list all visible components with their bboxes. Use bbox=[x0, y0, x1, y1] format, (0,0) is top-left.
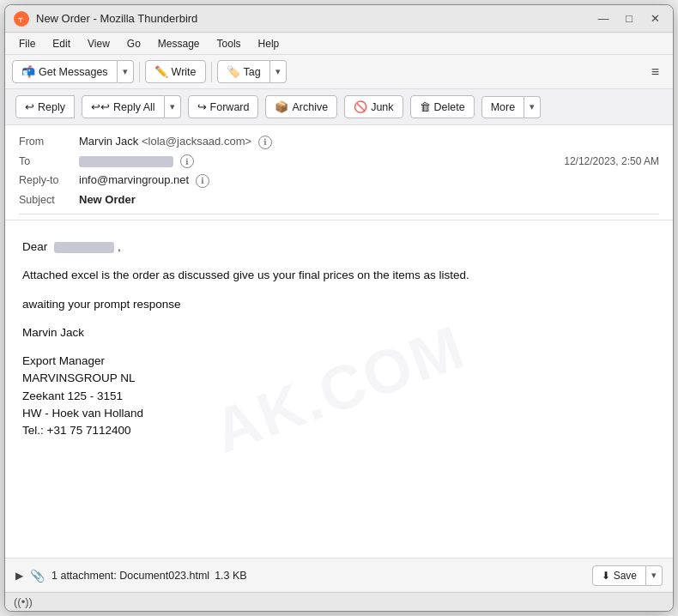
to-info-icon[interactable]: ℹ bbox=[180, 154, 194, 168]
hamburger-menu-button[interactable]: ≡ bbox=[645, 61, 666, 83]
reply-to-email: info@marvingroup.net bbox=[79, 173, 189, 186]
email-body: AK.COM Dear , Attached excel is the orde… bbox=[5, 220, 673, 558]
save-icon: ⬇ bbox=[602, 570, 610, 582]
menu-file[interactable]: File bbox=[12, 36, 42, 51]
close-button[interactable]: ✕ bbox=[645, 9, 664, 28]
to-row: To ℹ 12/12/2023, 2:50 AM bbox=[19, 152, 659, 172]
window-controls: — □ ✕ bbox=[594, 9, 664, 28]
header-separator bbox=[19, 214, 659, 214]
email-date: 12/12/2023, 2:50 AM bbox=[564, 155, 659, 167]
signature-block: Export Manager MARVINSGROUP NL Zeekant 1… bbox=[22, 353, 656, 439]
signature-tel: Tel.: +31 75 7112400 bbox=[22, 424, 130, 437]
delete-icon: 🗑 bbox=[420, 100, 431, 113]
menu-view[interactable]: View bbox=[81, 36, 117, 51]
body-paragraph1: Attached excel is the order as discussed… bbox=[22, 266, 656, 285]
minimize-button[interactable]: — bbox=[594, 9, 613, 28]
save-group: ⬇ Save ▾ bbox=[592, 565, 663, 586]
toolbar: 📬 Get Messages ▾ ✏️ Write 🏷️ Tag ▾ ≡ bbox=[5, 55, 673, 89]
from-value: Marvin Jack <lola@jacksaad.com> ℹ bbox=[79, 135, 659, 149]
reply-all-label: Reply All bbox=[113, 101, 155, 113]
get-messages-group: 📬 Get Messages ▾ bbox=[12, 60, 134, 83]
more-label: More bbox=[491, 101, 515, 113]
reply-all-group: ↩↩ Reply All ▾ bbox=[82, 95, 181, 118]
menu-edit[interactable]: Edit bbox=[45, 36, 77, 51]
write-label: Write bbox=[172, 66, 197, 78]
statusbar: ((•)) bbox=[5, 592, 673, 611]
tag-icon: 🏷️ bbox=[227, 65, 240, 78]
svg-text:T: T bbox=[19, 15, 23, 23]
attachment-bar: ▶ 📎 1 attachment: Document023.html 1.3 K… bbox=[5, 558, 673, 592]
subject-row: Subject New Order bbox=[19, 190, 659, 208]
greeting-text: Dear bbox=[22, 240, 47, 253]
toolbar-divider-1 bbox=[139, 62, 140, 82]
signature-company: MARVINSGROUP NL bbox=[22, 371, 136, 384]
reply-to-label: Reply-to bbox=[19, 174, 79, 186]
window-title: New Order - Mozilla Thunderbird bbox=[36, 12, 594, 25]
sender-email: <lola@jacksaad.com> bbox=[142, 135, 251, 148]
body-paragraph2: awaiting your prompt response bbox=[22, 295, 656, 314]
reply-to-value: info@marvingroup.net ℹ bbox=[79, 173, 659, 188]
junk-icon: 🚫 bbox=[354, 100, 367, 113]
from-row: From Marvin Jack <lola@jacksaad.com> ℹ bbox=[19, 132, 659, 152]
archive-button[interactable]: 📦 Archive bbox=[265, 95, 337, 118]
forward-button[interactable]: ↪ Forward bbox=[188, 95, 259, 118]
email-header: From Marvin Jack <lola@jacksaad.com> ℹ T… bbox=[5, 125, 673, 220]
forward-icon: ↪ bbox=[197, 100, 207, 113]
get-messages-dropdown[interactable]: ▾ bbox=[118, 60, 134, 83]
save-dropdown[interactable]: ▾ bbox=[646, 565, 663, 586]
attachment-toggle[interactable]: ▶ bbox=[15, 570, 23, 582]
more-dropdown[interactable]: ▾ bbox=[524, 96, 541, 118]
reply-all-button[interactable]: ↩↩ Reply All bbox=[82, 95, 165, 118]
tag-label: Tag bbox=[244, 66, 261, 78]
subject-label: Subject bbox=[19, 194, 79, 206]
menubar: File Edit View Go Message Tools Help bbox=[5, 33, 673, 55]
signature-city: HW - Hoek van Holland bbox=[22, 407, 143, 420]
action-toolbar: ↩ Reply ↩↩ Reply All ▾ ↪ Forward 📦 Archi… bbox=[5, 89, 673, 125]
tag-group: 🏷️ Tag ▾ bbox=[217, 60, 287, 83]
save-button[interactable]: ⬇ Save bbox=[592, 565, 646, 586]
tag-button[interactable]: 🏷️ Tag bbox=[217, 60, 270, 83]
delete-label: Delete bbox=[434, 101, 465, 113]
subject-value: New Order bbox=[79, 193, 659, 206]
email-content: Dear , Attached excel is the order as di… bbox=[22, 238, 656, 440]
reply-to-row: Reply-to info@marvingroup.net ℹ bbox=[19, 171, 659, 190]
from-info-icon[interactable]: ℹ bbox=[258, 136, 272, 149]
more-button[interactable]: More bbox=[481, 96, 524, 118]
to-value: ℹ bbox=[79, 154, 564, 169]
attachment-label: 1 attachment: Document023.html bbox=[51, 570, 209, 582]
menu-message[interactable]: Message bbox=[151, 36, 207, 51]
recipient-redacted bbox=[79, 156, 173, 167]
status-icon: ((•)) bbox=[14, 595, 33, 608]
delete-button[interactable]: 🗑 Delete bbox=[410, 95, 475, 118]
attachment-icon: 📎 bbox=[30, 569, 45, 583]
reply-to-info-icon[interactable]: ℹ bbox=[196, 174, 209, 188]
toolbar-divider-2 bbox=[211, 62, 212, 82]
reply-label: Reply bbox=[38, 101, 65, 113]
body-recipient-redacted bbox=[54, 242, 114, 253]
get-messages-button[interactable]: 📬 Get Messages bbox=[12, 60, 118, 83]
junk-label: Junk bbox=[371, 101, 393, 113]
greeting-paragraph: Dear , bbox=[22, 238, 656, 257]
get-messages-icon: 📬 bbox=[21, 65, 35, 78]
forward-label: Forward bbox=[210, 101, 250, 113]
tag-dropdown[interactable]: ▾ bbox=[270, 60, 287, 83]
to-label: To bbox=[19, 155, 79, 167]
attachment-chevron-icon: ▶ bbox=[15, 570, 23, 582]
reply-button[interactable]: ↩ Reply bbox=[15, 95, 75, 118]
reply-all-dropdown[interactable]: ▾ bbox=[165, 95, 181, 118]
get-messages-label: Get Messages bbox=[39, 66, 108, 78]
save-label: Save bbox=[614, 570, 637, 582]
signature-title: Export Manager bbox=[22, 354, 105, 367]
menu-go[interactable]: Go bbox=[120, 36, 148, 51]
reply-group: ↩ Reply bbox=[15, 95, 75, 118]
write-button[interactable]: ✏️ Write bbox=[145, 60, 206, 83]
titlebar: T New Order - Mozilla Thunderbird — □ ✕ bbox=[5, 5, 673, 33]
junk-button[interactable]: 🚫 Junk bbox=[344, 95, 403, 118]
attachment-size: 1.3 KB bbox=[215, 570, 247, 582]
menu-tools[interactable]: Tools bbox=[210, 36, 248, 51]
signature-address: Zeekant 125 - 3151 bbox=[22, 390, 123, 402]
maximize-button[interactable]: □ bbox=[620, 9, 639, 28]
menu-help[interactable]: Help bbox=[251, 36, 287, 51]
signature-name: Marvin Jack bbox=[22, 323, 656, 342]
main-window: T New Order - Mozilla Thunderbird — □ ✕ … bbox=[4, 4, 674, 612]
